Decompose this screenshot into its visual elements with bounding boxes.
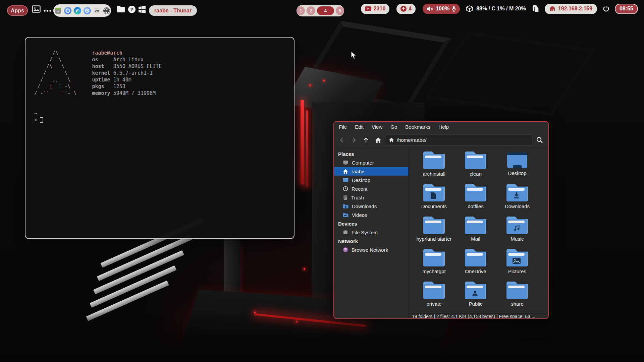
sidebar-item-videos[interactable]: Videos xyxy=(334,210,408,219)
wallpaper-red-light xyxy=(306,111,308,187)
screenshot-icon[interactable] xyxy=(32,5,41,13)
filesystem-icon xyxy=(343,230,348,235)
download-count: 4 xyxy=(409,6,412,12)
file-item-private[interactable]: private xyxy=(413,281,455,313)
ip-address: 192.168.2.159 xyxy=(558,6,592,12)
menu-go[interactable]: Go xyxy=(390,124,397,130)
svg-text:?: ? xyxy=(130,7,133,12)
more-dots-icon[interactable]: ••• xyxy=(44,7,52,14)
menu-bookmarks[interactable]: Bookmarks xyxy=(405,124,430,130)
file-name: archinstall xyxy=(413,171,455,177)
terminal-cursor[interactable] xyxy=(40,117,43,123)
sidebar-label: Computer xyxy=(352,160,374,166)
file-item-pictures[interactable]: Pictures xyxy=(496,248,538,281)
volume-module[interactable]: 100% xyxy=(423,4,460,14)
file-name: Documents xyxy=(413,203,455,209)
folder-icon xyxy=(465,152,486,169)
firefox-icon[interactable] xyxy=(64,7,71,14)
sidebar-label: Downloads xyxy=(352,203,377,209)
devices-header: Devices xyxy=(334,219,408,228)
fetch-value: B550 AORUS ELITE xyxy=(113,63,162,69)
folder-icon xyxy=(423,282,445,299)
sidebar-item-desktop[interactable]: Desktop xyxy=(334,176,408,184)
youtube-module[interactable]: 2310 xyxy=(361,4,390,14)
workspace-1[interactable]: 1 xyxy=(297,6,305,15)
file-item-onedrive[interactable]: OneDrive xyxy=(455,248,496,281)
file-item-desktop[interactable]: Desktop xyxy=(496,151,538,183)
wallpaper-dot xyxy=(304,268,305,270)
downloads-folder-icon xyxy=(506,184,528,201)
music-folder-icon xyxy=(506,217,528,234)
folder-icon[interactable] xyxy=(116,6,125,12)
menu-help[interactable]: Help xyxy=(438,124,449,130)
apps-button[interactable]: Apps xyxy=(7,5,28,16)
sidebar-label: Trash xyxy=(351,195,364,200)
path-bar[interactable]: /home/raabe/ xyxy=(385,134,533,145)
back-button[interactable] xyxy=(337,135,347,145)
file-name: Mail xyxy=(455,236,496,242)
menu-edit[interactable]: Edit xyxy=(355,124,364,130)
fetch-user-host: raabe@arch xyxy=(92,50,162,56)
file-item-clean[interactable]: clean xyxy=(455,151,496,183)
file-name: Downloads xyxy=(496,203,538,209)
menu-file[interactable]: File xyxy=(339,124,347,130)
file-item-share[interactable]: share xyxy=(496,281,538,313)
thunar-window[interactable]: File Edit View Go Bookmarks Help /home/r… xyxy=(333,121,549,319)
sidebar-item-filesystem[interactable]: File System xyxy=(334,228,408,237)
folder-icon xyxy=(465,249,486,266)
sidebar-item-downloads[interactable]: Downloads xyxy=(334,202,408,210)
desktop-icon xyxy=(507,152,527,168)
file-item-downloads[interactable]: Downloads xyxy=(496,183,538,216)
sidebar-item-raabe[interactable]: raabe xyxy=(334,167,408,176)
file-item-dotfiles[interactable]: dotfiles xyxy=(455,183,496,216)
clock[interactable]: 08:55 xyxy=(615,4,638,14)
sidebar-item-recent[interactable]: Recent xyxy=(334,184,408,193)
search-button[interactable] xyxy=(535,135,545,145)
file-item-music[interactable]: Music xyxy=(496,216,538,248)
chromium-icon[interactable] xyxy=(84,7,91,14)
youtube-icon xyxy=(365,6,371,11)
workspace-5[interactable]: 5 xyxy=(336,6,344,15)
download-module[interactable]: 4 xyxy=(396,4,416,14)
file-item-documents[interactable]: Documents xyxy=(413,183,455,216)
microphone-icon xyxy=(452,6,456,12)
workspace-4-active[interactable]: 4 xyxy=(317,6,334,15)
terminal-window[interactable]: /\ / \ /\ \ / \ / ,, \ / | | -\ /_-'' ''… xyxy=(25,37,294,239)
folder-icon xyxy=(465,217,486,234)
file-item-mychatgpt[interactable]: mychatgpt xyxy=(413,248,455,281)
obs-icon[interactable] xyxy=(103,7,110,14)
home-button[interactable] xyxy=(373,135,383,145)
sidebar-item-browse-network[interactable]: Browse Network xyxy=(334,245,408,254)
file-cabinet-icon[interactable] xyxy=(54,7,62,14)
file-item-mail[interactable]: Mail xyxy=(455,216,496,248)
fetch-value: Arch Linux xyxy=(113,57,144,63)
file-item-hyprland-starter[interactable]: hyprland-starter xyxy=(413,216,455,248)
file-name: OneDrive xyxy=(455,268,496,274)
help-icon[interactable]: ? xyxy=(128,5,136,13)
network-module[interactable]: 192.168.2.159 xyxy=(545,4,597,14)
sidebar-item-trash[interactable]: Trash xyxy=(334,193,408,202)
home-icon xyxy=(343,169,348,174)
edge-icon[interactable] xyxy=(74,7,81,14)
workspace-2[interactable]: 2 xyxy=(307,6,315,15)
clipboard-icon[interactable] xyxy=(532,5,539,13)
sidebar-item-computer[interactable]: Computer xyxy=(334,158,408,167)
sidebar-label: raabe xyxy=(352,169,364,174)
sidebar-label: Recent xyxy=(352,186,368,192)
wallpaper-dot xyxy=(309,84,311,86)
power-icon[interactable] xyxy=(603,5,609,12)
fastfetch-output: /\ / \ /\ \ / \ / ,, \ / | | -\ /_-'' ''… xyxy=(34,50,285,97)
file-item-archinstall[interactable]: archinstall xyxy=(413,151,455,183)
file-view: archinstall clean Desktop Documents xyxy=(409,148,548,318)
windows-icon[interactable] xyxy=(138,6,146,13)
arch-ascii-logo: /\ / \ /\ \ / \ / ,, \ / | | -\ /_-'' ''… xyxy=(34,50,76,97)
trash-icon xyxy=(343,195,348,200)
up-button[interactable] xyxy=(361,135,371,145)
file-item-public[interactable]: Public xyxy=(455,281,496,313)
vm-icon[interactable]: VM xyxy=(93,7,101,14)
menu-view[interactable]: View xyxy=(372,124,382,130)
forward-button[interactable] xyxy=(349,135,359,145)
status-bar: 19 folders | 2 files: 4.1 KiB (4,158 byt… xyxy=(409,313,548,319)
wallpaper-frame-right xyxy=(424,31,595,116)
window-title[interactable]: raabe - Thunar xyxy=(149,5,197,16)
